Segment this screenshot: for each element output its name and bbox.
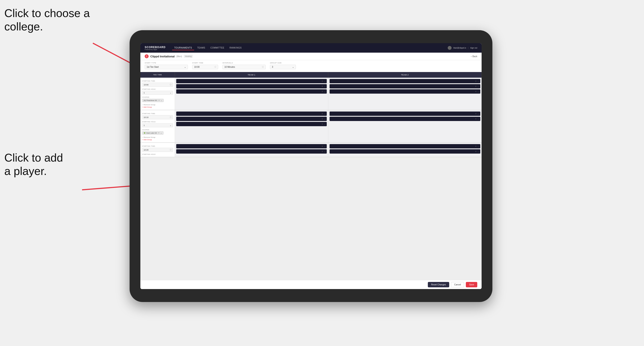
starting-hole-input-1[interactable]: 1 ⌄ <box>142 91 173 95</box>
team1-cell-1: ✕ ⌄ ✕ ⌄ ✕ ⌄ <box>175 78 328 110</box>
player-slot-g2-1-2[interactable]: ✕ ⌄ <box>176 117 327 121</box>
starting-time-input-1[interactable]: 10:00 ⓘ <box>142 83 173 87</box>
schedule-table: Tee Time Team 1 Team 2 STARTING TIME: 10… <box>140 72 482 157</box>
player-slot-1-3[interactable]: ✕ ⌄ <box>176 89 327 94</box>
sign-out-link[interactable]: Sign out <box>470 47 477 49</box>
brand-sub: Powered by clippd <box>145 49 166 50</box>
course-remove-2[interactable]: ✕ <box>158 132 160 134</box>
starting-hole-input-2[interactable]: 1 ⌄ <box>142 123 173 127</box>
group-size-label: Group Size <box>270 62 296 64</box>
course-remove-1[interactable]: ✕ <box>158 99 160 101</box>
annotation-add-player: Click to add a player. <box>4 151 63 178</box>
brand-title: SCOREBOARD <box>145 46 166 49</box>
starting-time-label-2: STARTING TIME: <box>142 113 173 114</box>
player-slot-g3-2-1[interactable]: ✕ ⌄ <box>330 144 480 148</box>
player-slot-1-1[interactable]: ✕ ⌄ <box>176 79 327 83</box>
team2-cell-2: ✕ ⌄ ✕ ⌄ <box>328 110 482 142</box>
back-label: Back <box>472 55 477 58</box>
nav-right: blair@clippd.io | Sign out <box>448 46 477 50</box>
player-slot-2-2[interactable]: ✕ ⌄ <box>330 84 480 88</box>
remove-group-2[interactable]: ○ Remove Group <box>142 136 173 138</box>
col-tee-time: Tee Time <box>140 72 175 78</box>
table-header: Tee Time Team 1 Team 2 <box>140 72 482 78</box>
content-area: C Clippd Invitational (Men) Hosting ‹ Ba… <box>140 53 482 289</box>
nav-items: TOURNAMENTS TEAMS COMMITTEE RANKINGS <box>172 46 448 50</box>
course-tag-2[interactable]: 🌿 East Lake GC ✕ ⌄ <box>142 131 164 135</box>
nav-item-teams[interactable]: TEAMS <box>195 46 207 50</box>
page-header: C Clippd Invitational (Men) Hosting ‹ Ba… <box>140 53 482 60</box>
start-type-label: Start Type <box>145 62 188 64</box>
cancel-button[interactable]: Cancel <box>451 282 464 287</box>
starting-time-label-3: STARTING TIME: <box>142 145 173 147</box>
page-subtitle: (Men) <box>176 55 182 58</box>
team2-cell-3: ✕ ⌄ ✕ ⌄ <box>328 143 482 157</box>
action-bar: Reset Changes Cancel Save <box>140 280 482 289</box>
starting-time-label-1: STARTING TIME: <box>142 80 173 82</box>
starting-hole-label-2: STARTING HOLE: <box>142 121 173 123</box>
player-slot-2-1[interactable]: ✕ ⌄ <box>330 79 480 83</box>
intervals-select[interactable]: 10 Minutes ⓘ <box>222 65 266 69</box>
player-slot-g3-1-2[interactable]: ✕ ⌄ <box>176 149 327 154</box>
player-slot-g3-2-2[interactable]: ✕ ⌄ <box>330 149 480 154</box>
tablet-screen: SCOREBOARD Powered by clippd TOURNAMENTS… <box>140 43 482 289</box>
start-time-group: Start Time 10:00 ⓘ <box>192 62 218 69</box>
intervals-label: Intervals <box>222 62 266 64</box>
page-title-row: C Clippd Invitational (Men) Hosting <box>145 54 193 58</box>
back-button[interactable]: ‹ Back <box>471 55 477 58</box>
navbar: SCOREBOARD Powered by clippd TOURNAMENTS… <box>140 43 482 53</box>
starting-time-input-2[interactable]: 10:10 ⓘ <box>142 115 173 119</box>
player-slot-g2-1-3[interactable]: ✕ ⌄ <box>176 122 327 126</box>
team2-cell-1: ✕ ⌄ ✕ ⌄ ✕ ⌄ <box>328 78 482 110</box>
brand: SCOREBOARD Powered by clippd <box>145 46 166 50</box>
course-label-1: COURSE: <box>142 96 173 98</box>
starting-hole-label-3: STARTING HOLE: <box>142 154 173 155</box>
group-size-group: Group Size 3 ⌄ <box>270 62 296 69</box>
save-button[interactable]: Save <box>466 282 477 287</box>
player-slot-g2-1-1[interactable]: ✕ ⌄ <box>176 112 327 116</box>
group-row: STARTING TIME: 10:00 ⓘ STARTING HOLE: 1 … <box>140 78 482 110</box>
remove-group-1[interactable]: ○ Remove Group <box>142 104 173 106</box>
nav-avatar <box>448 46 452 50</box>
col-team1: Team 1 <box>175 72 328 78</box>
clipp-logo: C <box>145 54 148 58</box>
starting-hole-label-1: STARTING HOLE: <box>142 88 173 90</box>
group-left-2: STARTING TIME: 10:10 ⓘ STARTING HOLE: 1 … <box>140 110 175 142</box>
starting-time-input-3[interactable]: 10:20 ⓘ <box>142 148 173 152</box>
group-left-3: STARTING TIME: 10:20 ⓘ STARTING HOLE: <box>140 143 175 157</box>
group-row-3: STARTING TIME: 10:20 ⓘ STARTING HOLE: ✕ … <box>140 143 482 157</box>
nav-user: blair@clippd.io <box>453 47 466 49</box>
course-tag-1[interactable]: (A) Peachtree GC ✕ ⌄ <box>142 99 164 102</box>
col-team2: Team 2 <box>328 72 482 78</box>
annotation-choose-college: Click to choose a college. <box>4 6 90 33</box>
tablet-frame: SCOREBOARD Powered by clippd TOURNAMENTS… <box>130 30 492 302</box>
nav-item-rankings[interactable]: RANKINGS <box>228 46 244 50</box>
player-slot-g3-1-1[interactable]: ✕ ⌄ <box>176 144 327 148</box>
group-size-select[interactable]: 3 ⌄ <box>270 65 296 69</box>
player-slot-2-3[interactable]: ✕ ⌄ <box>330 89 480 94</box>
group-row-2: STARTING TIME: 10:10 ⓘ STARTING HOLE: 1 … <box>140 110 482 143</box>
group-left-1: STARTING TIME: 10:00 ⓘ STARTING HOLE: 1 … <box>140 78 175 110</box>
reset-button[interactable]: Reset Changes <box>428 282 449 287</box>
nav-item-tournaments[interactable]: TOURNAMENTS <box>172 46 194 50</box>
player-slot-g2-2-1[interactable]: ✕ ⌄ <box>330 112 480 116</box>
schedule-container: Tee Time Team 1 Team 2 STARTING TIME: 10… <box>140 72 482 280</box>
player-slot-g2-2-2[interactable]: ✕ ⌄ <box>330 117 480 121</box>
player-slot-1-2[interactable]: ✕ ⌄ <box>176 84 327 88</box>
page-title: Clippd Invitational <box>150 55 175 58</box>
course-label-2: COURSE: <box>142 129 173 131</box>
team1-cell-2: ✕ ⌄ ✕ ⌄ ✕ ⌄ <box>175 110 328 142</box>
start-time-input[interactable]: 10:00 ⓘ <box>192 65 218 69</box>
nav-item-committee[interactable]: COMMITTEE <box>208 46 226 50</box>
intervals-group: Intervals 10 Minutes ⓘ <box>222 62 266 69</box>
start-type-select[interactable]: 1st Tee Start ⌄ <box>145 65 188 69</box>
add-group-2[interactable]: + Add Group <box>142 139 173 141</box>
add-group-1[interactable]: + Add Group <box>142 106 173 108</box>
hosting-badge: Hosting <box>184 55 193 58</box>
team1-cell-3: ✕ ⌄ ✕ ⌄ <box>175 143 328 157</box>
start-type-group: Start Type 1st Tee Start ⌄ <box>145 62 188 69</box>
start-time-label: Start Time <box>192 62 218 64</box>
settings-bar: Start Type 1st Tee Start ⌄ Start Time 10… <box>140 60 482 72</box>
